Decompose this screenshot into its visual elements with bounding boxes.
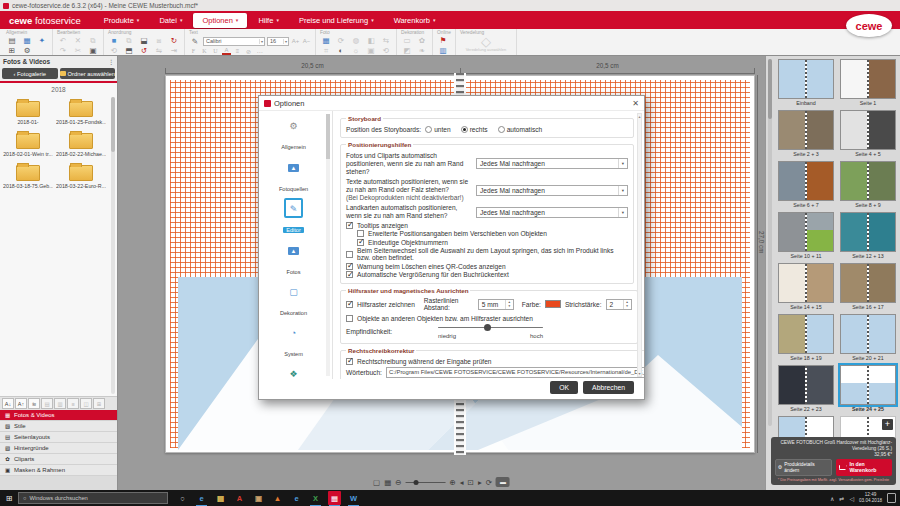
more-text-options-button[interactable]: ⋯ bbox=[255, 48, 264, 55]
reset-icon[interactable]: ⟲ bbox=[380, 46, 392, 55]
font-size-select[interactable]: 16▾ bbox=[267, 37, 289, 46]
draw-grid-checkbox[interactable] bbox=[346, 301, 353, 308]
clear-style-button[interactable]: ⊘ bbox=[244, 48, 253, 55]
effects-icon[interactable]: ◍ bbox=[350, 36, 362, 45]
scrollbar[interactable] bbox=[111, 97, 115, 394]
mark-used-icon[interactable]: ◫ bbox=[80, 398, 92, 409]
text-frame-icon[interactable]: ✎ bbox=[189, 37, 201, 46]
choose-folder-button[interactable]: Ordner auswählen bbox=[60, 68, 116, 79]
panel-accordion-item[interactable]: ▦ Fotos & Videos bbox=[0, 410, 117, 421]
menu-item[interactable]: Produkte▾ bbox=[95, 13, 149, 28]
folder-item[interactable]: 2018-03-22-Euro-R... bbox=[56, 161, 106, 189]
snap-objects-checkbox[interactable] bbox=[346, 315, 353, 322]
tooltips-checkbox[interactable] bbox=[346, 222, 353, 229]
text-align-button[interactable]: ≡ bbox=[233, 48, 242, 54]
remove-photo-icon[interactable]: ↻ bbox=[168, 36, 180, 45]
cancel-button[interactable]: Abbrechen bbox=[583, 381, 634, 394]
folder-item[interactable]: 2018-01-25-Fondsk... bbox=[56, 97, 106, 125]
page-thumbnail[interactable]: Seite 10 + 11 bbox=[778, 212, 834, 260]
mark-all-icon[interactable]: ⊞ bbox=[93, 398, 105, 409]
filter-icon[interactable]: ≋ bbox=[28, 398, 40, 409]
page-thumbnail[interactable]: Seite 8 + 9 bbox=[840, 161, 896, 209]
underline-button[interactable]: U bbox=[211, 48, 220, 54]
panel-menu-icon[interactable]: ⋮ bbox=[108, 58, 114, 65]
qr-warning-checkbox[interactable] bbox=[346, 263, 353, 270]
page-thumbnail[interactable]: Seite 16 + 17 bbox=[840, 263, 896, 311]
grid-spacing-stepper[interactable]: 5 mm▲▼ bbox=[478, 299, 514, 310]
assistant-icon[interactable]: ✦ bbox=[36, 36, 48, 45]
save-project-icon[interactable]: ▤ bbox=[6, 36, 18, 45]
page-thumbnail[interactable]: Seite 22 + 23 bbox=[778, 365, 834, 413]
excel-icon[interactable]: X bbox=[309, 491, 322, 505]
deco-text-icon[interactable]: ❧ bbox=[416, 46, 428, 55]
extended-position-checkbox[interactable] bbox=[357, 230, 364, 237]
cut-icon[interactable]: ✂ bbox=[72, 46, 84, 55]
send-back-icon[interactable]: ⬓ bbox=[138, 36, 150, 45]
settings-icon[interactable]: ⚙ bbox=[21, 46, 33, 55]
scrollbar[interactable] bbox=[326, 114, 330, 376]
photos-positioning-select[interactable]: Jedes Mal nachfragen▾ bbox=[476, 158, 628, 169]
burner-app-icon[interactable]: ▲ bbox=[271, 491, 284, 505]
dialog-nav-fotos[interactable]: ▲ Fotos bbox=[265, 239, 322, 278]
zoom-slider[interactable] bbox=[406, 479, 446, 486]
distribute-icon[interactable]: ⇥ bbox=[168, 46, 180, 55]
zoom-in-icon[interactable]: ⊕ bbox=[450, 478, 456, 487]
online-albums-icon[interactable]: ⚑ bbox=[437, 36, 449, 45]
menu-item[interactable]: Warenkorb▾ bbox=[385, 13, 445, 28]
font-increase-button[interactable]: A+ bbox=[291, 38, 300, 44]
shadow-icon[interactable]: ◧ bbox=[365, 36, 377, 45]
paste-icon[interactable]: ▣ bbox=[87, 46, 99, 55]
view-small-icon[interactable]: ▥ bbox=[54, 398, 66, 409]
cewe-app-icon[interactable]: ▦ bbox=[328, 491, 341, 505]
acrobat-icon[interactable]: A bbox=[233, 491, 246, 505]
speaker-icon[interactable]: ◁ bbox=[849, 495, 854, 502]
dialog-nav-dekoration[interactable]: ▢ Dekoration bbox=[265, 281, 322, 319]
bw-filter-icon[interactable]: ◐ bbox=[335, 46, 347, 55]
radio-automatisch[interactable] bbox=[498, 126, 505, 133]
next-page-icon[interactable]: ▸ bbox=[478, 478, 482, 487]
explorer-icon[interactable]: ▤ bbox=[214, 491, 227, 505]
ok-button[interactable]: OK bbox=[550, 381, 578, 394]
enhance-icon[interactable]: ☼ bbox=[350, 46, 362, 55]
dictionary-path-input[interactable]: C:/Program Files/CEWE FOTOSERVICE/CEWE F… bbox=[386, 367, 644, 378]
grid-toggle-icon[interactable]: ▦ bbox=[384, 478, 391, 487]
bold-button[interactable]: F bbox=[189, 48, 198, 54]
view-large-icon[interactable]: ▤ bbox=[41, 398, 53, 409]
spellcheck-checkbox[interactable] bbox=[346, 358, 353, 365]
photo-app-icon[interactable]: ▣ bbox=[252, 491, 265, 505]
page-thumbnail[interactable]: Seite 6 + 7 bbox=[778, 161, 834, 209]
dialog-nav-netzwerk[interactable]: ❖ Netzwerk bbox=[265, 363, 322, 379]
menu-item[interactable]: Preise und Lieferung▾ bbox=[290, 13, 383, 28]
menu-item[interactable]: Hilfe▾ bbox=[249, 13, 288, 28]
scrollbar[interactable] bbox=[637, 113, 642, 377]
add-to-cart-button[interactable]: In den Warenkorb bbox=[836, 459, 893, 476]
italic-button[interactable]: K bbox=[200, 48, 209, 54]
text-positioning-select[interactable]: Jedes Mal nachfragen▾ bbox=[476, 185, 628, 196]
page-thumbnail[interactable]: Seite 1 bbox=[840, 59, 896, 107]
spine-text-checkbox[interactable] bbox=[346, 271, 353, 278]
clipart-icon[interactable]: ✿ bbox=[416, 36, 428, 45]
sort-date-icon[interactable]: A↑ bbox=[15, 398, 27, 409]
taskbar-search-input[interactable]: ○Windows durchsuchen bbox=[18, 492, 168, 504]
page-thumbnail[interactable]: Einband bbox=[778, 59, 834, 107]
edge-icon[interactable]: e bbox=[195, 491, 208, 505]
dialog-nav-fotoquellen[interactable]: ▲ Fotoquellen bbox=[265, 156, 322, 195]
scrollbar[interactable] bbox=[768, 59, 772, 426]
page-thumbnail[interactable]: Seite 14 + 15 bbox=[778, 263, 834, 311]
rotate-photo-icon[interactable]: ⟳ bbox=[335, 36, 347, 45]
start-button[interactable]: ⊞ bbox=[0, 494, 18, 503]
screen-mode-icon[interactable]: ▢ bbox=[373, 478, 380, 487]
sensitivity-slider[interactable] bbox=[438, 324, 543, 332]
frame-icon[interactable]: ▭ bbox=[401, 36, 413, 45]
internet-explorer-icon[interactable]: e bbox=[290, 491, 303, 505]
crop-icon[interactable]: ⌗ bbox=[320, 46, 332, 55]
dialog-nav-editor[interactable]: ✎ Editor bbox=[265, 198, 322, 236]
rotate-left-icon[interactable]: ↺ bbox=[138, 46, 150, 55]
word-icon[interactable]: W bbox=[347, 491, 360, 505]
undo-icon[interactable]: ↶ bbox=[57, 36, 69, 45]
compare-view-toggle[interactable]: ▬ bbox=[496, 477, 510, 487]
font-color-button[interactable]: A bbox=[222, 47, 231, 55]
layers-icon[interactable]: ⧉ bbox=[123, 36, 135, 45]
rotate-icon[interactable]: ⟲ bbox=[108, 46, 120, 55]
folder-item[interactable]: 2018-02-01-Wein tr... bbox=[3, 129, 53, 157]
